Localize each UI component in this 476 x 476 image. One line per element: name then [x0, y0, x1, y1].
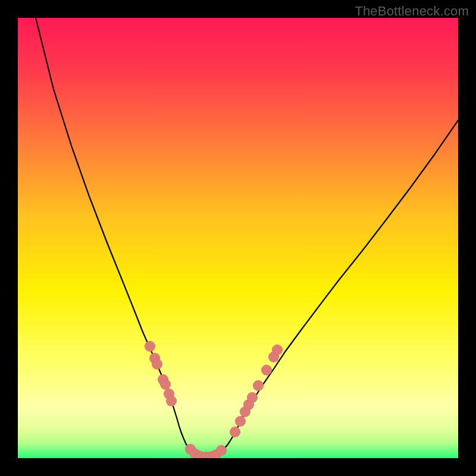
sample-dots: [145, 341, 283, 458]
sample-dot: [261, 365, 272, 375]
left-curve: [36, 18, 200, 456]
sample-dot: [253, 380, 264, 391]
watermark-text: TheBottleneck.com: [355, 4, 469, 19]
sample-dot: [166, 396, 177, 406]
sample-dot: [152, 359, 162, 369]
sample-dot: [160, 379, 171, 390]
sample-dot: [247, 392, 258, 403]
sample-dot: [216, 445, 227, 456]
curves-layer: [18, 18, 458, 458]
sample-dot: [230, 427, 240, 437]
sample-dot: [272, 345, 283, 355]
chart-frame: TheBottleneck.com: [0, 0, 476, 476]
sample-dot: [235, 416, 246, 427]
sample-dot: [145, 341, 155, 352]
plot-area: [18, 18, 458, 458]
